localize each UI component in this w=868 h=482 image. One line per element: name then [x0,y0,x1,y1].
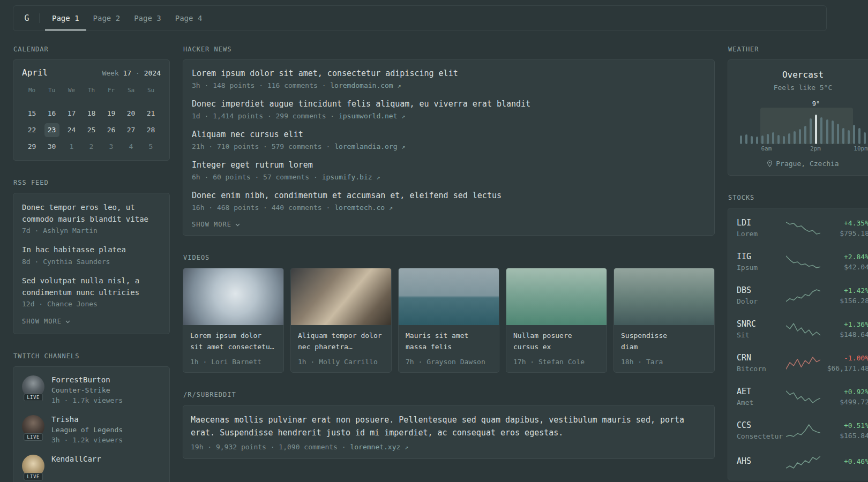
news-title[interactable]: Integer eget rutrum lorem [192,160,706,171]
dashboard-columns: CALENDAR April Week 17 · 2024 [13,46,827,482]
news-title[interactable]: Aliquam nec cursus elit [192,129,706,140]
video-card[interactable]: Lorem ipsum dolor sit amet consectetu… 1… [183,268,284,373]
twitch-avatar-wrap: LIVE [22,375,44,398]
calendar-weekday-row: Mo Tu We Th Fr Sa Su [22,84,161,99]
calendar-year: 2024 [144,69,161,77]
calendar-day-number: 24 [64,123,79,137]
news-title[interactable]: Lorem ipsum dolor sit amet, consectetur … [192,68,706,79]
twitch-channel-name[interactable]: KendallCarr [51,455,101,463]
video-card[interactable]: Nullam posuere cursus ex 17h · Stefan Co… [506,268,607,373]
meta-separator: · [322,81,326,89]
stock-row[interactable]: IIG Ipsum +2.84% $42.04 [737,245,868,278]
page-tab[interactable]: Page 2 [86,6,128,31]
stock-row[interactable]: SNRC Sit +1.36% $148.64 [737,312,868,346]
twitch-channel-name[interactable]: Trisha [51,415,123,424]
video-title[interactable]: Suspendisse diam [621,330,707,353]
rss-item-title[interactable]: Donec tempor eros leo, ut commodo mauris… [22,202,161,225]
video-title[interactable]: Nullam posuere cursus ex [513,330,600,353]
calendar-separator: · [136,69,140,77]
video-thumbnail[interactable] [183,268,283,325]
calendar-weekday: Mo [22,84,42,99]
calendar-day: 30 [42,138,62,155]
twitch-channel-info: ForrestBurton Counter-Strike 1h · 1.7k v… [51,375,123,404]
weather-bar [740,135,742,144]
news-title[interactable]: Donec imperdiet augue tincidunt felis al… [192,99,706,110]
video-card[interactable]: Suspendisse diam 18h · Tara [613,268,715,373]
news-title[interactable]: Donec enim nibh, condimentum et accumsan… [192,190,706,201]
weather-time-labels: 6am2pm10pm [740,145,866,153]
stock-symbol[interactable]: AHS [737,456,782,466]
calendar-day: 20 [121,105,141,122]
rss-show-more-button[interactable]: SHOW MORE [22,318,161,325]
stock-row[interactable]: AHS +0.46% [737,447,868,477]
weather-bar [745,134,747,144]
nav-divider [39,13,40,23]
videos-row: Lorem ipsum dolor sit amet consectetu… 1… [183,268,715,373]
calendar-day-number: 4 [124,140,139,154]
video-thumbnail[interactable] [614,268,714,325]
stock-symbol[interactable]: DBS [737,285,782,295]
video-thumbnail[interactable] [506,268,607,325]
calendar-day-number: 20 [124,107,139,120]
page-tab[interactable]: Page 3 [127,6,168,31]
twitch-channel-row[interactable]: LIVE KendallCarr [22,455,161,477]
video-card[interactable]: Mauris sit amet massa felis 7h · Grayson… [398,268,499,373]
video-thumbnail[interactable] [291,268,391,325]
weather-bar [826,119,828,144]
twitch-channel-row[interactable]: LIVE Trisha League of Legends 3h · 1.2k … [22,415,161,444]
twitch-channel-row[interactable]: LIVE ForrestBurton Counter-Strike 1h · 1… [22,375,161,404]
rss-item[interactable]: In hac habitasse platea 8d · Cynthia Sau… [22,244,161,266]
news-item: Donec enim nibh, condimentum et accumsan… [192,190,706,212]
rss-item[interactable]: Donec tempor eros leo, ut commodo mauris… [22,202,161,235]
video-meta: 17h · Stefan Cole [513,358,600,366]
news-source-link[interactable]: ipsumworld.net ↗ [339,112,406,120]
rss-item[interactable]: Sed volutpat nulla nisl, a condimentum n… [22,275,161,308]
page-tab[interactable]: Page 4 [168,6,209,31]
stock-row[interactable]: CRN Bitcorn -1.00% $66,171.48 [737,346,868,380]
stock-change: +1.42% [825,287,868,295]
hackernews-show-more-button[interactable]: SHOW MORE [192,221,706,228]
calendar-day: 5 [141,138,161,155]
video-thumbnail[interactable] [399,268,499,325]
weather-bar [756,137,758,144]
news-meta: 21h · 710 points · 579 comments · loreml… [192,142,706,150]
news-meta-text: 21h · 710 points · 579 comments [192,142,322,150]
weather-bar [794,131,796,144]
twitch-viewers: 3h · 1.2k viewers [51,436,123,444]
weather-bar [832,120,834,144]
stock-symbol[interactable]: CCS [737,420,782,430]
rss-item-title[interactable]: Sed volutpat nulla nisl, a condimentum n… [22,275,161,298]
twitch-game[interactable]: Counter-Strike [51,386,123,394]
reddit-post-title[interactable]: Maecenas mollis pulvinar erat non posuer… [191,413,707,440]
news-source-link[interactable]: loremlandia.org ↗ [334,142,405,150]
news-source-link[interactable]: ipsumify.biz ↗ [322,173,380,181]
live-badge: LIVE [24,433,43,441]
reddit-source-link[interactable]: loremnet.xyz ↗ [350,443,408,451]
stock-row[interactable]: AET Amet +0.92% $499.72 [737,380,868,413]
weather-bar [799,129,801,144]
stock-symbol[interactable]: IIG [737,252,782,261]
stock-symbol[interactable]: AET [737,387,782,396]
rss-item-title[interactable]: In hac habitasse platea [22,244,161,256]
twitch-game[interactable]: League of Legends [51,426,123,434]
video-title[interactable]: Lorem ipsum dolor sit amet consectetu… [190,330,276,353]
video-title[interactable]: Aliquam tempor dolor nec pharetra… [298,330,384,353]
video-title[interactable]: Mauris sit amet massa felis [406,330,492,353]
stock-row[interactable]: DBS Dolor +1.42% $156.28 [737,278,868,312]
video-card[interactable]: Aliquam tempor dolor nec pharetra… 1h · … [290,268,392,373]
news-source-link[interactable]: loremtech.co ↗ [334,204,393,212]
twitch-channel-name[interactable]: ForrestBurton [51,375,123,384]
stock-symbol[interactable]: CRN [737,353,782,363]
stock-symbol[interactable]: LDI [737,218,782,228]
news-source-link[interactable]: loremdomain.com ↗ [330,81,401,89]
stock-sparkline [786,355,820,371]
stock-row[interactable]: LDI Lorem +4.35% $795.18 [737,211,868,245]
app-logo[interactable]: G [14,6,39,31]
calendar-day-number: 23 [44,123,59,137]
page-tab[interactable]: Page 1 [45,6,86,31]
stock-symbol[interactable]: SNRC [737,319,782,329]
stock-row[interactable]: CCS Consectetur +0.51% $165.84 [737,413,868,447]
chevron-down-icon [65,320,70,323]
video-card-body: Lorem ipsum dolor sit amet consectetu… 1… [183,325,283,372]
calendar-day: 29 [22,138,42,155]
